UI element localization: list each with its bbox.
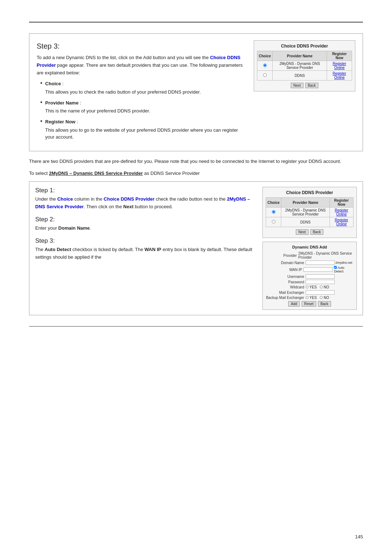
dns-reset-btn[interactable]: Reset xyxy=(302,301,316,307)
dns-field-domain[interactable]: Domain Name 2mydns.net xyxy=(266,260,354,265)
col-register: Register Now xyxy=(327,51,352,61)
choice-label: Choice xyxy=(45,81,61,86)
ddns2-row-1-register[interactable]: Register Online xyxy=(330,208,353,217)
wildcard-no-radio[interactable] xyxy=(320,286,323,288)
dns-input-wan[interactable] xyxy=(303,267,332,272)
dns-field-mail[interactable]: Mail Exchanger xyxy=(266,290,354,295)
ddns-table-2-header: Choice Provider Name Register Now xyxy=(266,198,354,208)
back-button-1[interactable]: Back xyxy=(305,83,318,88)
steps-right: Choice DDNS Provider Choice Provider Nam… xyxy=(262,187,357,310)
backup-yes-label[interactable]: YES xyxy=(306,296,317,300)
provider-label: Provider Name xyxy=(45,100,79,106)
ddns2-row-2-link[interactable]: Register Online xyxy=(335,218,348,226)
step2-domain: Domain Name xyxy=(58,225,90,231)
dns-backup-mail-yes-no[interactable]: YES NO xyxy=(306,296,329,300)
provider-text: This is the name of your preferred DDNS … xyxy=(45,107,150,115)
col-provider: Provider Name xyxy=(273,51,327,61)
step3b-auto: Auto Detect xyxy=(45,247,71,252)
bullet-provider: • Provider Name : This is the name of yo… xyxy=(40,99,246,115)
wildcard-yes-radio[interactable] xyxy=(306,286,309,288)
ddns-radio-1[interactable] xyxy=(263,63,267,67)
steps-two-col: Step 1: Under the Choice column in the C… xyxy=(35,187,357,310)
next-button-1[interactable]: Next xyxy=(291,83,303,88)
backup-no-label[interactable]: NO xyxy=(320,296,329,300)
dns-field-password[interactable]: Password xyxy=(266,280,354,284)
ddns2-radio-1[interactable] xyxy=(272,210,275,214)
step2-end: . xyxy=(90,225,91,231)
dns-auto-detect-checkbox[interactable] xyxy=(334,266,337,269)
ddns2-row-1-choice[interactable] xyxy=(266,208,281,217)
dns-label-provider: Provider xyxy=(266,254,298,258)
choice-text: This allows you to check the radio butto… xyxy=(45,89,201,96)
dns-field-username[interactable]: Username xyxy=(266,274,354,279)
ddns-row-2: DDNS Register Online xyxy=(257,71,352,81)
ddns-row-2-register[interactable]: Register Online xyxy=(327,71,352,81)
register-text: This allows you to go to the website of … xyxy=(45,127,246,141)
ddns-row-2-register-link[interactable]: Register Online xyxy=(333,71,346,79)
backup-no-radio[interactable] xyxy=(320,296,323,299)
ddns2-row-1: 2MyDNS - Dynamic DNS Service Provider Re… xyxy=(266,208,354,217)
ddns-panel-1-title: Choice DDNS Provider xyxy=(257,44,352,49)
ddns-row-1-choice[interactable] xyxy=(257,61,273,71)
col-choice: Choice xyxy=(257,51,273,61)
ddns-row-1-provider: 2MyDNS - Dynamic DNS Service Provider xyxy=(273,61,327,71)
dns-back-btn[interactable]: Back xyxy=(318,301,331,307)
ddns2-radio-2[interactable] xyxy=(272,220,275,223)
ddns-table-2: Choice Provider Name Register Now 2MyDNS… xyxy=(266,197,354,227)
ddns-panel-1: Choice DDNS Provider Choice Provider Nam… xyxy=(254,40,355,91)
ddns2-row-2-choice[interactable] xyxy=(266,217,281,227)
wildcard-yes-label[interactable]: YES xyxy=(306,285,317,289)
select-line: To select 2MyDNS – Dynamic DNS Service P… xyxy=(29,170,363,177)
register-colon: : xyxy=(75,119,78,124)
dns-field-wildcard: Wildcard YES NO xyxy=(266,285,354,289)
step3b-mid: checkbox is ticked by default. The xyxy=(71,247,144,252)
step3-heading: Step 3: xyxy=(37,40,246,52)
ddns-row-1-register[interactable]: Register Online xyxy=(327,61,352,71)
dns-input-domain[interactable] xyxy=(306,260,335,265)
register-label: Register Now xyxy=(45,119,75,124)
dns-wildcard-yes-no[interactable]: YES NO xyxy=(306,285,329,289)
ddns2-row-1-provider: 2MyDNS - Dynamic DNS Service Provider xyxy=(281,208,330,217)
step3b-heading: Step 3: xyxy=(35,237,255,245)
next-button-2[interactable]: Next xyxy=(296,229,309,235)
ddns2-buttons: Next Back xyxy=(266,229,354,235)
dns-input-password[interactable] xyxy=(306,280,335,284)
provider-colon: : xyxy=(78,100,81,106)
dns-add-title: Dynamic DNS Add xyxy=(266,245,354,249)
dns-field-backup-mail: Backup Mail Exchanger YES NO xyxy=(266,296,354,300)
bullet-content-1: Choice : This allows you to check the ra… xyxy=(45,80,201,95)
steps-left: Step 1: Under the Choice column in the C… xyxy=(35,187,255,261)
ddns-row-2-choice[interactable] xyxy=(257,71,273,81)
dns-field-wan[interactable]: WAN IP Auto Detect xyxy=(266,266,354,273)
step3-intro-text: To add a new Dynamic DNS to the list, cl… xyxy=(37,55,210,60)
ddns-row-1-register-link[interactable]: Register Online xyxy=(333,62,346,70)
dns-add-buttons: Add Reset Back xyxy=(266,301,354,307)
step1-prefix: Under the xyxy=(35,196,57,202)
ddns2-row-1-link[interactable]: Register Online xyxy=(335,208,348,216)
step3-content: Step 3: To add a new Dynamic DNS to the … xyxy=(37,40,355,144)
dns-label-wildcard: Wildcard xyxy=(266,285,306,289)
dns-input-username[interactable] xyxy=(306,274,335,279)
wildcard-no-label[interactable]: NO xyxy=(320,285,329,289)
ddns-radio-2[interactable] xyxy=(263,73,267,77)
dns-label-password: Password xyxy=(266,280,306,284)
col2-register: Register Now xyxy=(330,198,353,208)
page-container: Step 3: To add a new Dynamic DNS to the … xyxy=(0,0,392,554)
dns-label-backup-mail: Backup Mail Exchanger xyxy=(266,296,306,300)
ddns2-row-2-register[interactable]: Register Online xyxy=(330,217,353,227)
step1-end: . Then click on the xyxy=(84,204,123,209)
bullet-dot-1: • xyxy=(40,80,42,86)
dns-add-btn[interactable]: Add xyxy=(288,301,300,307)
step1-next: Next xyxy=(123,204,134,209)
ddns-row-2-provider: DDNS xyxy=(273,71,327,81)
step2-prefix: Enter your xyxy=(35,225,58,231)
backup-yes-radio[interactable] xyxy=(306,296,309,299)
dns-input-mail[interactable] xyxy=(306,290,335,295)
dns-add-panel: Dynamic DNS Add Provider 2MyDNS - Dynami… xyxy=(262,242,357,310)
back-button-2[interactable]: Back xyxy=(310,229,323,235)
ddns-buttons-1: Next Back xyxy=(257,83,352,88)
step3-intro-text2: page appear. There are two default provi… xyxy=(37,62,243,75)
step3b-prefix: The xyxy=(35,247,45,252)
select-text-suffix: as DDNS Service Provider xyxy=(143,171,200,176)
dns-auto-detect-label[interactable]: Auto Detect xyxy=(334,266,354,273)
